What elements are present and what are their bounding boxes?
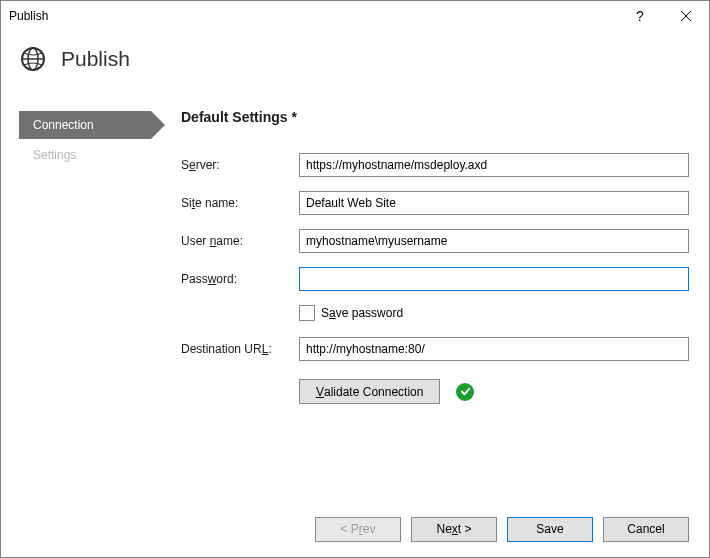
- username-input[interactable]: [299, 229, 689, 253]
- prev-button: < Prev: [315, 517, 401, 542]
- server-input[interactable]: [299, 153, 689, 177]
- save-button[interactable]: Save: [507, 517, 593, 542]
- password-label: Password:: [181, 272, 299, 286]
- close-button[interactable]: [663, 1, 709, 31]
- next-button[interactable]: Next >: [411, 517, 497, 542]
- destination-url-label: Destination URL:: [181, 342, 299, 356]
- nav-item-connection[interactable]: Connection: [19, 111, 151, 139]
- globe-icon: [19, 45, 47, 73]
- form-panel: Default Settings * Server: Site name: Us…: [181, 87, 709, 501]
- save-password-label: Save password: [321, 306, 403, 320]
- side-nav: Connection Settings: [1, 87, 181, 501]
- save-password-checkbox[interactable]: [299, 305, 315, 321]
- cancel-button[interactable]: Cancel: [603, 517, 689, 542]
- help-button[interactable]: ?: [617, 1, 663, 31]
- title-bar: Publish ?: [1, 1, 709, 31]
- username-label: User name:: [181, 234, 299, 248]
- sitename-label: Site name:: [181, 196, 299, 210]
- window-title: Publish: [9, 9, 48, 23]
- footer: < Prev Next > Save Cancel: [1, 501, 709, 557]
- page-title: Publish: [61, 47, 130, 71]
- password-input[interactable]: [299, 267, 689, 291]
- server-label: Server:: [181, 158, 299, 172]
- validate-connection-button[interactable]: Validate Connection: [299, 379, 440, 404]
- nav-item-settings[interactable]: Settings: [19, 141, 151, 169]
- header: Publish: [1, 31, 709, 87]
- form-title: Default Settings *: [181, 109, 689, 125]
- sitename-input[interactable]: [299, 191, 689, 215]
- validation-success-icon: [456, 383, 474, 401]
- close-icon: [681, 11, 691, 21]
- destination-url-input[interactable]: [299, 337, 689, 361]
